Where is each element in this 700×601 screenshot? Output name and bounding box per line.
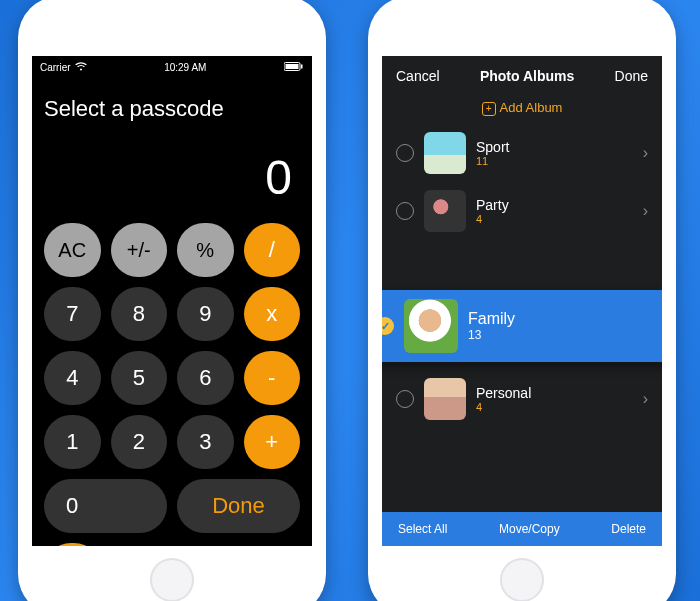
keypad: AC +/- % / 7 8 9 x 4 5 6 - 1 2 3 + 0 Don…: [32, 223, 312, 546]
album-thumbnail: [404, 299, 458, 353]
key-ac[interactable]: AC: [44, 223, 101, 277]
albums-screen: Cancel Photo Albums Done +Add Album Spor…: [382, 56, 662, 546]
move-copy-button[interactable]: Move/Copy: [499, 522, 560, 536]
calculator-display: 0: [32, 122, 312, 223]
chevron-right-icon: ›: [643, 202, 648, 220]
album-thumbnail: [424, 132, 466, 174]
key-0[interactable]: 0: [44, 479, 167, 533]
add-album-button[interactable]: +Add Album: [382, 96, 662, 124]
album-row[interactable]: Personal 4 ›: [382, 370, 662, 428]
key-equals[interactable]: =: [44, 543, 101, 546]
key-7[interactable]: 7: [44, 287, 101, 341]
album-info: Sport 11: [476, 139, 633, 167]
key-1[interactable]: 1: [44, 415, 101, 469]
album-name: Family: [468, 310, 653, 328]
home-button[interactable]: [150, 558, 194, 601]
key-6[interactable]: 6: [177, 351, 234, 405]
key-8[interactable]: 8: [111, 287, 168, 341]
key-divide[interactable]: /: [244, 223, 301, 277]
select-radio-checked[interactable]: ✓: [382, 317, 394, 335]
battery-icon: [284, 62, 304, 73]
album-thumbnail: [424, 190, 466, 232]
plus-icon: +: [482, 102, 496, 116]
status-bar: Carrier 10:29 AM: [32, 56, 312, 76]
home-button[interactable]: [500, 558, 544, 601]
key-2[interactable]: 2: [111, 415, 168, 469]
key-done[interactable]: Done: [177, 479, 300, 533]
navbar: Cancel Photo Albums Done: [382, 56, 662, 96]
album-count: 4: [476, 213, 633, 225]
svg-rect-2: [301, 64, 303, 68]
chevron-right-icon: ›: [643, 390, 648, 408]
album-name: Party: [476, 197, 633, 213]
done-button[interactable]: Done: [615, 68, 648, 84]
album-count: 4: [476, 401, 633, 413]
calculator-screen: Carrier 10:29 AM Select a passcode 0 AC …: [32, 56, 312, 546]
album-row[interactable]: Sport 11 ›: [382, 124, 662, 182]
chevron-right-icon: ›: [643, 144, 648, 162]
svg-rect-1: [285, 64, 298, 69]
page-title: Photo Albums: [480, 68, 574, 84]
key-4[interactable]: 4: [44, 351, 101, 405]
select-radio[interactable]: [396, 202, 414, 220]
album-thumbnail: [424, 378, 466, 420]
calculator-title: Select a passcode: [32, 76, 312, 122]
bottom-toolbar: Select All Move/Copy Delete: [382, 512, 662, 546]
carrier-label: Carrier: [40, 62, 71, 73]
cancel-button[interactable]: Cancel: [396, 68, 440, 84]
album-row-selected[interactable]: ✓ Family 13 ›: [382, 290, 662, 362]
key-multiply[interactable]: x: [244, 287, 301, 341]
album-name: Sport: [476, 139, 633, 155]
key-subtract[interactable]: -: [244, 351, 301, 405]
album-row[interactable]: Party 4 ›: [382, 182, 662, 240]
album-name: Personal: [476, 385, 633, 401]
album-info: Personal 4: [476, 385, 633, 413]
status-time: 10:29 AM: [164, 62, 206, 73]
phone-calculator: Carrier 10:29 AM Select a passcode 0 AC …: [18, 0, 326, 601]
select-radio[interactable]: [396, 390, 414, 408]
key-3[interactable]: 3: [177, 415, 234, 469]
key-plusminus[interactable]: +/-: [111, 223, 168, 277]
add-album-label: Add Album: [500, 100, 563, 115]
select-radio[interactable]: [396, 144, 414, 162]
album-info: Party 4: [476, 197, 633, 225]
key-5[interactable]: 5: [111, 351, 168, 405]
album-count: 11: [476, 155, 633, 167]
key-add[interactable]: +: [244, 415, 301, 469]
wifi-icon: [75, 62, 87, 73]
select-all-button[interactable]: Select All: [398, 522, 447, 536]
key-9[interactable]: 9: [177, 287, 234, 341]
album-info: Family 13: [468, 310, 653, 342]
key-percent[interactable]: %: [177, 223, 234, 277]
delete-button[interactable]: Delete: [611, 522, 646, 536]
phone-albums: Cancel Photo Albums Done +Add Album Spor…: [368, 0, 676, 601]
album-count: 13: [468, 328, 653, 342]
